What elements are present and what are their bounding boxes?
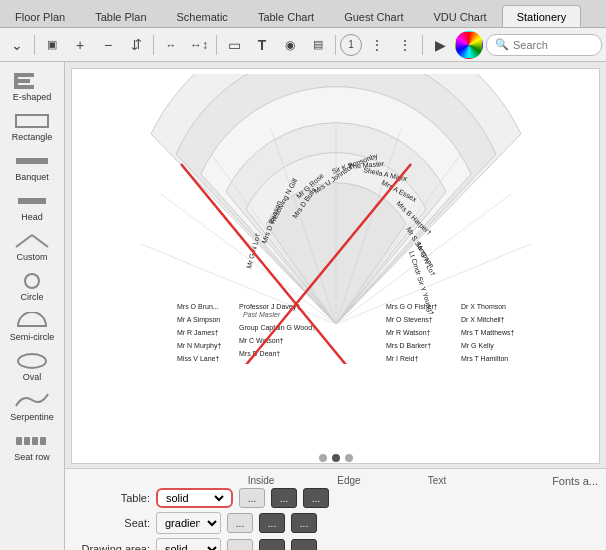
seating-chart-svg: Mrs O Brun... Mr A Simpson Mr R James† M… [91,74,581,364]
image-btn[interactable]: ▤ [305,32,331,58]
svg-rect-14 [32,437,38,445]
table-text-btn[interactable]: ... [303,488,329,508]
tab-guest-chart[interactable]: Guest Chart [329,5,418,27]
sidebar-label-head: Head [21,212,43,222]
sidebar-item-banquet[interactable]: Banquet [4,148,60,186]
serpentine-icon [14,392,50,410]
svg-rect-15 [40,437,46,445]
sidebar-item-custom[interactable]: Custom [4,228,60,266]
seat-fill-select[interactable]: gradient solid none [156,512,221,534]
sidebar-item-oval[interactable]: Oval [4,348,60,386]
sidebar-label-custom: Custom [16,252,47,262]
seat-inside-btn[interactable]: ... [227,513,253,533]
page-dot-2[interactable] [332,454,340,462]
svg-line-7 [16,235,32,247]
seat-fill-row: Seat: gradient solid none ... ... ... [75,512,596,534]
move-btn[interactable]: ↔↕ [186,32,212,58]
zoom-in-btn[interactable]: + [67,32,93,58]
svg-text:Mrs D Barker†: Mrs D Barker† [386,342,431,349]
chevron-down-btn[interactable]: ⌄ [4,32,30,58]
text-btn[interactable]: T [249,32,275,58]
zoom-out-btn[interactable]: − [95,32,121,58]
select-btn[interactable]: ⇵ [123,32,149,58]
svg-rect-3 [18,85,34,89]
arrow-btn[interactable]: ▶ [427,32,453,58]
oval-icon [14,352,50,370]
seat-label: Seat: [75,517,150,529]
svg-rect-0 [14,73,18,89]
svg-text:Mr G Kelly: Mr G Kelly [461,342,494,350]
tab-floor-plan[interactable]: Floor Plan [0,5,80,27]
fonts-label: Fonts a... [552,475,598,487]
toolbar-separator-2 [153,35,154,55]
grid-btn[interactable]: ⋮ [364,32,390,58]
sidebar-item-head[interactable]: Head [4,188,60,226]
sidebar-item-rectangle[interactable]: Rectangle [4,108,60,146]
page-dots [319,454,353,462]
search-input[interactable] [513,39,593,51]
sidebar-item-eshaped[interactable]: E-shaped [4,68,60,106]
color-btn[interactable] [455,31,483,59]
sidebar-label-serpentine: Serpentine [10,412,54,422]
svg-rect-6 [18,198,46,204]
search-box: 🔍 [486,34,602,56]
svg-text:Mr I Reid†: Mr I Reid† [386,355,418,362]
drawing-area-label: Drawing area: [75,543,150,550]
toolbar-separator-4 [335,35,336,55]
tab-table-chart[interactable]: Table Chart [243,5,329,27]
table-fill-row: Table: solid gradient none ... ... ... [75,488,596,508]
text-column-header: Text [412,475,462,486]
zoom-fit-btn[interactable]: ▣ [39,32,65,58]
main-area: E-shaped Rectangle Banquet Head Custom [0,62,606,550]
semicircle-icon [14,312,50,330]
seat-text-btn[interactable]: ... [291,513,317,533]
table-edge-btn[interactable]: ... [271,488,297,508]
number-btn[interactable]: 1 [340,34,362,56]
svg-rect-13 [24,437,30,445]
tab-stationery[interactable]: Stationery [502,5,582,27]
sidebar-label-seatrow: Seat row [14,452,50,462]
drawing-area-row: Drawing area: solid gradient none ... ..… [75,538,596,550]
tab-schematic[interactable]: Schematic [162,5,243,27]
drawing-area-inside-btn[interactable]: ... [227,539,253,550]
svg-text:Dr X Mitchell†: Dr X Mitchell† [461,316,505,323]
sidebar-item-semicircle[interactable]: Semi-circle [4,308,60,346]
rectangle-btn[interactable]: ▭ [221,32,247,58]
shape-btn[interactable]: ◉ [277,32,303,58]
drawing-area-edge-btn[interactable]: ... [259,539,285,550]
table-label: Table: [75,492,150,504]
drawing-area-fill-select[interactable]: solid gradient none [156,538,221,550]
sidebar-label-oval: Oval [23,372,42,382]
drawing-area-text-btn[interactable]: ... [291,539,317,550]
dots-btn[interactable]: ⋮ [392,32,418,58]
svg-text:Mr C Watson†: Mr C Watson† [239,337,284,344]
sidebar-item-serpentine[interactable]: Serpentine [4,388,60,426]
svg-text:Mr N Murphy†: Mr N Murphy† [177,342,221,350]
sidebar-item-circle[interactable]: Circle [4,268,60,306]
svg-text:Mrs O Brun...: Mrs O Brun... [177,303,219,310]
svg-rect-4 [16,115,48,127]
edge-column-header: Edge [324,475,374,486]
svg-rect-2 [18,79,30,83]
eshaped-icon [14,72,50,90]
tab-vdu-chart[interactable]: VDU Chart [418,5,501,27]
page-dot-3[interactable] [345,454,353,462]
svg-text:Mr R James†: Mr R James† [177,329,219,336]
seat-edge-btn[interactable]: ... [259,513,285,533]
tab-bar: Floor Plan Table Plan Schematic Table Ch… [0,0,606,28]
ruler-btn[interactable]: ↔ [158,32,184,58]
tab-table-plan[interactable]: Table Plan [80,5,161,27]
toolbar-separator-3 [216,35,217,55]
svg-text:Miss V Lane†: Miss V Lane† [177,355,220,362]
sidebar-item-seatrow[interactable]: Seat row [4,428,60,466]
sidebar-label-rectangle: Rectangle [12,132,53,142]
rectangle-icon [14,112,50,130]
table-fill-select[interactable]: solid gradient none [162,491,227,505]
inside-column-header: Inside [236,475,286,486]
sidebar-label-banquet: Banquet [15,172,49,182]
page-dot-1[interactable] [319,454,327,462]
svg-rect-5 [16,158,48,164]
svg-text:Past Master: Past Master [243,311,281,318]
svg-text:Mr O Stevens†: Mr O Stevens† [386,316,433,323]
table-inside-btn[interactable]: ... [239,488,265,508]
